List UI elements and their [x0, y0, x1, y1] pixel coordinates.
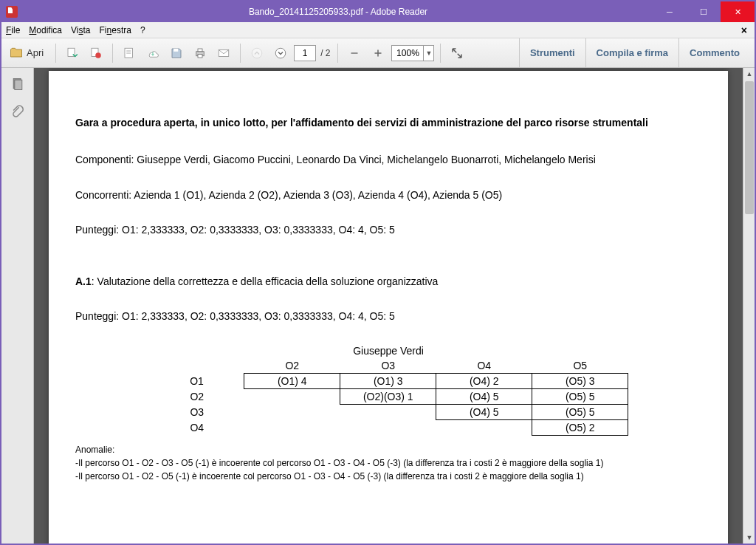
menu-modifica[interactable]: Modifica	[29, 25, 62, 35]
menu-help[interactable]: ?	[140, 25, 145, 35]
zoom-input[interactable]	[392, 46, 423, 61]
comparison-matrix: O2O3O4O5O1(O1) 4(O1) 3(O4) 2(O5) 3O2(O2)…	[148, 358, 629, 436]
save-icon[interactable]	[166, 43, 187, 64]
separator	[55, 44, 56, 63]
scroll-thumb[interactable]	[745, 81, 754, 214]
menu-vista[interactable]: Vista	[71, 25, 90, 35]
separator	[240, 44, 241, 63]
concorrenti-line: Concorrenti: Azienda 1 (O1), Azienda 2 (…	[75, 188, 701, 203]
fill-sign-button[interactable]: Compila e firma	[585, 38, 679, 67]
open-button[interactable]: Apri	[6, 43, 49, 64]
punteggi-line-2: Punteggi: O1: 2,333333, O2: 0,3333333, O…	[75, 309, 701, 324]
menu-file[interactable]: File	[6, 25, 20, 35]
svg-point-9	[252, 48, 262, 58]
svg-rect-13	[378, 49, 379, 56]
svg-point-2	[95, 52, 101, 58]
export-pdf-icon[interactable]	[62, 43, 83, 64]
cloud-icon[interactable]	[142, 43, 163, 64]
toolbar: Apri / 2 ▼ Strumenti Compila e firma Com…	[1, 38, 755, 68]
componenti-line: Componenti: Giuseppe Verdi, Giacomo Pucc…	[75, 153, 701, 168]
svg-rect-11	[351, 52, 358, 54]
thumbnails-icon[interactable]	[7, 74, 28, 95]
zoom-in-icon[interactable]	[368, 43, 388, 64]
document-area[interactable]: Gara a procedura aperta, in unico lotto,…	[34, 68, 743, 544]
attachments-icon[interactable]	[7, 102, 28, 123]
separator	[440, 44, 441, 63]
scroll-down-icon[interactable]: ▼	[743, 532, 755, 544]
create-pdf-icon[interactable]	[86, 43, 106, 64]
sidebar	[1, 68, 34, 544]
vertical-scrollbar[interactable]: ▲ ▼	[743, 68, 755, 544]
window-title: Bando_20141125205933.pdf - Adobe Reader	[24, 7, 653, 17]
email-icon[interactable]	[213, 43, 234, 64]
scroll-up-icon[interactable]: ▲	[743, 68, 755, 80]
punteggi-line: Punteggi: O1: 2,333333, O2: 0,3333333, O…	[75, 223, 701, 238]
anomaly-line: -Il percorso O1 - O2 - O5 (-1) è incoere…	[75, 470, 701, 483]
svg-rect-6	[198, 49, 202, 52]
separator	[112, 44, 113, 63]
app-icon	[6, 6, 18, 18]
fullscreen-icon[interactable]	[447, 43, 467, 64]
menu-finestra[interactable]: Finestra	[100, 25, 131, 35]
table-name: Giuseppe Verdi	[148, 345, 629, 357]
doc-heading: Gara a procedura aperta, in unico lotto,…	[75, 115, 701, 131]
edit-icon[interactable]	[119, 43, 140, 64]
pdf-page: Gara a procedura aperta, in unico lotto,…	[49, 71, 728, 544]
separator	[337, 44, 338, 63]
titlebar: Bando_20141125205933.pdf - Adobe Reader …	[1, 1, 755, 22]
section-a1: A.1: Valutazione della correttezza e del…	[75, 275, 701, 289]
matrix-table-wrap: Giuseppe Verdi O2O3O4O5O1(O1) 4(O1) 3(O4…	[75, 345, 701, 436]
comment-button[interactable]: Commento	[678, 38, 750, 67]
svg-rect-7	[198, 54, 202, 58]
print-icon[interactable]	[190, 43, 210, 64]
page-down-icon[interactable]	[270, 43, 291, 64]
page-up-icon[interactable]	[247, 43, 267, 64]
tools-button[interactable]: Strumenti	[519, 38, 585, 67]
page-number-input[interactable]	[294, 45, 316, 61]
maximize-button[interactable]: ☐	[687, 1, 721, 22]
zoom-out-icon[interactable]	[344, 43, 365, 64]
document-close-icon[interactable]: ×	[738, 24, 750, 36]
page-count: / 2	[320, 48, 330, 58]
zoom-select[interactable]: ▼	[391, 45, 434, 61]
svg-point-10	[275, 48, 286, 58]
open-label: Apri	[27, 47, 44, 58]
svg-rect-4	[173, 49, 178, 52]
anomalies-block: Anomalie: -Il percorso O1 - O2 - O3 - O5…	[75, 443, 701, 483]
chevron-down-icon[interactable]: ▼	[423, 46, 433, 61]
anomaly-line: -Il percorso O1 - O2 - O3 - O5 (-1) è in…	[75, 456, 701, 470]
close-button[interactable]: ✕	[721, 1, 755, 22]
menubar: File Modifica Vista Finestra ? ×	[1, 22, 755, 38]
minimize-button[interactable]: ─	[653, 1, 687, 22]
anomalies-heading: Anomalie:	[75, 443, 701, 456]
svg-rect-15	[14, 80, 21, 89]
